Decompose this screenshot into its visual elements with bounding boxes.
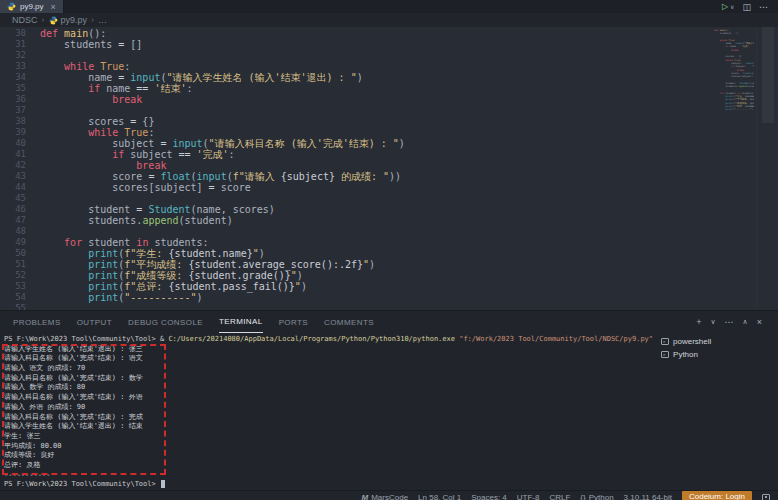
language-mode-status[interactable]: {}Python <box>580 493 613 500</box>
token <box>40 204 88 215</box>
token: subject <box>130 149 172 160</box>
terminal-instance-label: powershell <box>673 337 711 346</box>
command-segment: "f:/Work/2023 Tool/Community/Tool/NDSC/p… <box>459 335 653 343</box>
token: "请输入科目名称 (输入'完成'结束) : " <box>209 138 399 149</box>
breadcrumb-item-1[interactable]: py9.py <box>49 15 88 25</box>
editor-scrollbar[interactable] <box>756 27 778 310</box>
editor[interactable]: 30def main():31 students = []3233 while … <box>0 27 778 310</box>
breadcrumb-item-label: py9.py <box>61 15 88 25</box>
line-number: 51 <box>0 259 26 270</box>
minimap-line: students.append(student) <box>714 85 754 88</box>
cursor-position-status-label: Ln 58, Col 1 <box>418 493 461 500</box>
token: while <box>88 127 124 138</box>
tab-py9[interactable]: py9.py × <box>0 0 64 13</box>
code-text: print(f"总评: {student.pass_fail()}") <box>26 281 307 292</box>
code-line: 42 break <box>0 160 714 171</box>
tab-close-icon[interactable]: × <box>51 2 56 12</box>
token: : <box>203 237 209 248</box>
code-text: score = float(input(f"请输入 {subject} 的成绩:… <box>26 171 401 182</box>
code-text: break <box>26 94 142 105</box>
minimap-token: "----------" <box>734 108 751 111</box>
minimap-token: break <box>731 49 738 52</box>
marscode-status[interactable]: MMarsCode <box>362 493 409 500</box>
token: append <box>142 215 178 226</box>
breadcrumb-item-0[interactable]: NDSC <box>12 15 38 25</box>
run-button[interactable]: ▷ <box>722 2 728 11</box>
panel-tab-ports[interactable]: PORTS <box>279 311 308 333</box>
minimap-token: scores <box>731 75 740 78</box>
line-number: 40 <box>0 138 26 149</box>
panel-tab-comments[interactable]: COMMENTS <box>324 311 374 333</box>
feedback-icon[interactable] <box>762 494 770 500</box>
breadcrumb-item-2[interactable]: … <box>98 15 107 25</box>
terminal-instance-python[interactable]: >Python <box>653 348 778 361</box>
minimap[interactable]: def main(): students = [] while True: na… <box>714 29 754 115</box>
maximize-panel-button[interactable]: ∧ <box>743 318 748 326</box>
token: student <box>185 215 227 226</box>
code-lines: 30def main():31 students = []3233 while … <box>0 28 714 310</box>
token: def <box>40 28 64 39</box>
panel-tab-problems[interactable]: PROBLEMS <box>13 311 61 333</box>
terminal-output-line: 请输入科目名称 (输入'完成'结束) : 语文 <box>4 354 653 364</box>
code-text: subject = input("请输入科目名称 (输入'完成'结束) : ") <box>26 138 405 149</box>
indentation-status[interactable]: Spaces: 4 <box>471 493 507 500</box>
terminal-output-line: 请输入 外语 的成绩: 90 <box>4 403 653 413</box>
run-dropdown-chevron[interactable]: ∨ <box>730 3 734 10</box>
token: ) <box>197 292 203 303</box>
token: print <box>88 292 118 303</box>
token <box>40 39 64 50</box>
code-line: 40 subject = input("请输入科目名称 (输入'完成'结束) :… <box>0 138 714 149</box>
token: '结束' <box>154 83 186 94</box>
token: scores <box>112 182 148 193</box>
token: ) <box>369 259 375 270</box>
panel-tab-terminal[interactable]: TERMINAL <box>219 311 263 333</box>
token <box>40 94 112 105</box>
line-number: 41 <box>0 149 26 160</box>
close-panel-button[interactable]: × <box>757 317 762 327</box>
minimap-token <box>714 108 726 111</box>
token: students <box>154 237 202 248</box>
split-editor-button[interactable]: ◫ <box>742 2 751 12</box>
code-line: 30def main(): <box>0 28 714 39</box>
python-icon <box>49 16 58 25</box>
cursor-position-status[interactable]: Ln 58, Col 1 <box>418 493 461 500</box>
terminal-profile-chevron[interactable]: ∨ <box>710 318 715 326</box>
scrollbar-thumb[interactable] <box>762 27 774 123</box>
token <box>40 127 88 138</box>
terminal-output-line: 请输入 语文 的成绩: 70 <box>4 364 653 374</box>
terminal-instance-powershell[interactable]: >powershell <box>653 335 778 348</box>
terminal-output-line: 请输入科目名称 (输入'完成'结束) : 数学 <box>4 374 653 384</box>
token: = <box>154 138 172 149</box>
new-terminal-button[interactable]: + <box>696 317 701 327</box>
code-text: name = input("请输入学生姓名 (输入'结束'退出) : ") <box>26 72 363 83</box>
terminal-output-line: 成绩等级: 良好 <box>4 451 653 461</box>
terminal-output-line: 总评: 及格 <box>4 461 653 471</box>
terminal-output[interactable]: PS F:\Work\2023 Tool\Community\Tool> & C… <box>0 333 653 490</box>
panel-more-actions-button[interactable]: ⋯ <box>725 317 734 327</box>
code-text: break <box>26 160 166 171</box>
panel-header: PROBLEMSOUTPUTDEBUG CONSOLETERMINALPORTS… <box>0 311 778 333</box>
token: print <box>88 259 118 270</box>
code-text: scores[subject] = score <box>26 182 251 193</box>
code-text: print(f"学生: {student.name}") <box>26 248 265 259</box>
eol-status[interactable]: CRLF <box>549 493 570 500</box>
encoding-status[interactable]: UTF-8 <box>517 493 540 500</box>
python-version-status[interactable]: 3.10.11 64-bit <box>624 493 672 500</box>
more-actions-button[interactable]: ⋯ <box>759 2 768 12</box>
token: print <box>88 248 118 259</box>
minimap-token: : <box>749 45 750 48</box>
codeium-login-button[interactable]: Codeium: Login <box>682 491 752 500</box>
line-number: 33 <box>0 61 26 72</box>
token: subject <box>154 182 196 193</box>
token: ) <box>301 281 307 292</box>
code-text <box>26 303 40 310</box>
token: , <box>221 204 233 215</box>
eol-status-label: CRLF <box>549 493 570 500</box>
panel-tab-debug-console[interactable]: DEBUG CONSOLE <box>128 311 203 333</box>
token: subject <box>112 138 154 149</box>
code-line: 49 for student in students: <box>0 237 714 248</box>
panel-tab-output[interactable]: OUTPUT <box>77 311 112 333</box>
vscode-window: py9.py × ▷∨◫⋯ NDSC› py9.py›… 30def main(… <box>0 0 778 500</box>
minimap-token: print <box>726 108 733 111</box>
code-line: 31 students = [] <box>0 39 714 50</box>
